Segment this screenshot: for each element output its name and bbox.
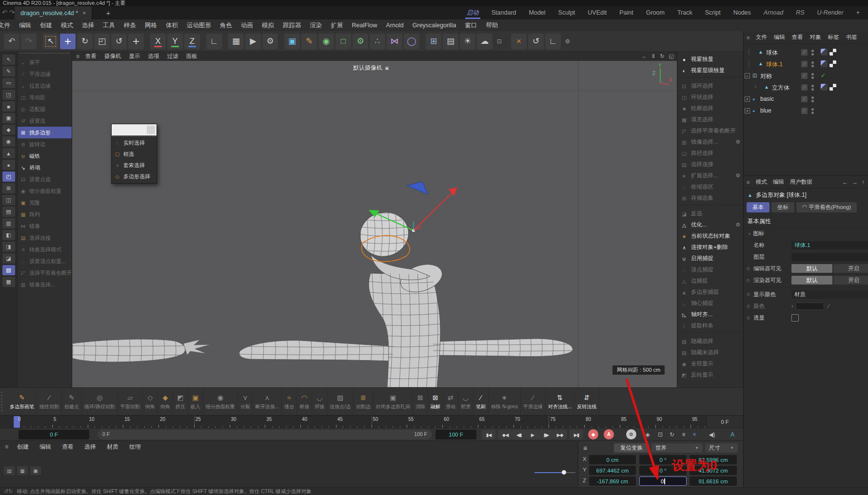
attribute-icon-group[interactable]: ›图标 [744,228,868,239]
visibility-dot-render[interactable] [811,53,814,56]
key-position-toggle[interactable]: ◈ [643,430,652,439]
left-dock-tool[interactable]: ● [2,160,15,170]
attribute-menu-icon[interactable]: ≡ [747,179,750,185]
menubar-item[interactable]: 跟踪器 [278,21,306,30]
timeline-ruler[interactable]: 05101520253035404550556065707580859095 [0,415,706,428]
workplane-button[interactable]: ∟ [545,34,561,49]
slider-knob[interactable] [562,470,566,475]
palette-command[interactable]: ∴顶点捕捉 [677,264,743,275]
rotate-view-icon[interactable]: ↻ [660,53,664,59]
object-manager-menu-item[interactable]: 编辑 [771,34,788,41]
move-tool[interactable]: + [60,34,76,49]
on-button[interactable]: 开启 [833,264,868,273]
end-frame-field[interactable]: 100 F [435,430,476,439]
modeling-tool[interactable]: ▱平面切割 [118,388,143,415]
size-mode-dropdown[interactable]: 尺寸 ▼ [705,443,738,453]
left-dock-tool[interactable]: ▲ [2,148,15,158]
workspace-tab[interactable]: Standard [485,6,523,19]
key-rotation-toggle[interactable]: ↻ [667,430,677,439]
command-item[interactable]: ⋈镜像 [18,220,72,232]
palette-command[interactable]: ●视窗独显 [677,54,743,65]
object-row[interactable]: −◫对称∕✓ [744,70,868,82]
menubar-item[interactable]: 样条 [119,21,140,30]
visibility-dot-editor[interactable] [811,108,814,111]
coordinate-menu-icon[interactable]: ≡ [583,444,587,452]
modeling-tool[interactable]: ≈缝合 [282,388,297,415]
material-menu-item[interactable]: 纹理 [124,443,146,451]
modeling-tool[interactable]: ▣封闭多边形孔洞 [374,388,413,415]
workspace-tab[interactable]: Paint [613,6,640,19]
move-alt-tool[interactable]: + [128,34,144,49]
modeling-tool[interactable]: ◡焊接 [312,388,327,415]
on-button[interactable]: 开启 [833,276,868,285]
position-y-field[interactable]: 697.4462 cm [589,466,636,475]
palette-command[interactable]: ■轮廓选择 [677,103,743,114]
workspace-tab[interactable]: Script [699,6,727,19]
viewport-menu-item[interactable]: 摄像机 [100,53,125,60]
menubar-item[interactable]: RealFlow [348,22,382,29]
next-frame-button[interactable]: ▮▶ [539,430,553,439]
next-key-button[interactable]: ▶◆ [553,430,567,439]
record-keyframe-button[interactable]: ◆ [588,429,598,439]
edit-toggle-icon[interactable]: ∕ [801,49,808,56]
left-dock-tool[interactable]: ▣ [2,113,15,123]
palette-command[interactable]: ◐视窗层级独显 [677,65,743,76]
workspace-tab[interactable]: Arnoad [757,6,789,19]
viewport[interactable]: ≡ 查看摄像机显示选项过滤面板 ⇔⇕↻◱ 默认摄像机 ▣ 网格间距 : 500 … [72,52,677,387]
left-dock-tool[interactable]: ⊞ [2,183,15,193]
render-view-button[interactable]: ▦ [228,34,244,49]
prev-key-button[interactable]: ◆◀ [498,430,512,439]
visibility-dot-render[interactable] [811,65,814,67]
viewport-canvas[interactable] [72,61,677,387]
attribute-menu-item[interactable]: 模式 [753,179,770,185]
workspace-add-button[interactable]: + [850,6,866,19]
keyframe-settings-button[interactable]: ⚙ [626,429,636,439]
viewport-menu-item[interactable]: 过滤 [163,53,182,60]
modeling-tool[interactable]: ⇄滑动 [443,388,458,415]
command-item[interactable]: ⌄拉直边缘 [18,80,72,92]
modeling-tool[interactable]: ◆倒角 [158,388,173,415]
menubar-item[interactable]: 角色 [216,21,237,30]
command-item[interactable]: ⊡设置点值 [18,173,72,185]
left-dock-tool[interactable]: ◉ [2,136,15,147]
gear-icon[interactable]: ⚙ [735,172,740,179]
object-name[interactable]: 对称 [760,72,772,80]
render-picture-viewer-button[interactable]: ▶ [245,34,261,49]
camera-label[interactable]: 默认摄像机 ▣ [353,64,389,72]
rotation-y-field[interactable]: 0 ° [639,466,687,475]
material-menu-item[interactable]: 材质 [102,443,123,451]
edit-toggle-icon[interactable]: ∕ [801,108,808,114]
attribute-menu-item[interactable]: 用户数据 [787,179,815,185]
reset-psr-button[interactable]: ↺ [528,34,544,49]
visibility-dot-render[interactable] [811,100,814,102]
left-dock-tool[interactable]: ▤ [2,207,15,217]
texture-tag-icon[interactable] [829,60,836,67]
attribute-tab[interactable]: 坐标 [771,202,794,212]
document-tab[interactable]: dragon_resolve.c4d * × [15,6,92,19]
render-settings-button[interactable]: ⚙ [262,34,278,49]
material-menu-item[interactable]: 编辑 [35,443,56,451]
coordinate-space-dropdown[interactable]: 世界 ▼ [651,443,703,453]
menubar-item[interactable]: 工具 [99,21,119,30]
position-z-field[interactable]: -167.869 cm [589,476,636,486]
viewport-menu-item[interactable]: 面板 [182,53,201,60]
modeling-button[interactable]: ⚙ [353,34,368,49]
object-name[interactable]: 立方体 [772,84,789,92]
reset-transform-button[interactable]: 复位变换 [614,443,649,453]
head-sphere[interactable] [355,207,414,262]
modeling-tool[interactable]: ✎创建点 [62,388,82,415]
autokey-button[interactable]: A [604,429,614,439]
palette-command[interactable]: ▤选择连接 [677,159,743,170]
sound-toggle[interactable]: ◀) [707,430,717,439]
palette-command[interactable]: ▨隐藏未选择 [677,347,743,358]
left-dock-tool[interactable]: ◧ [2,230,15,240]
modeling-tool[interactable]: ⊠消除 [413,388,428,415]
object-row[interactable]: │▲球体∕ [744,47,868,58]
menubar-item[interactable]: 渲染 [306,21,327,30]
spline-pen-button[interactable]: ✎ [301,34,317,49]
popup-menu-item[interactable]: ◇多边形选择 [112,171,157,182]
preview-range-slider[interactable]: 0 F 100 F [98,430,432,439]
enabled-check-icon[interactable]: ✓ [821,72,826,79]
palette-command[interactable]: ▥镜像选择...⚙ [677,136,743,148]
object-row[interactable]: │▲球体.1∕ [744,58,868,70]
